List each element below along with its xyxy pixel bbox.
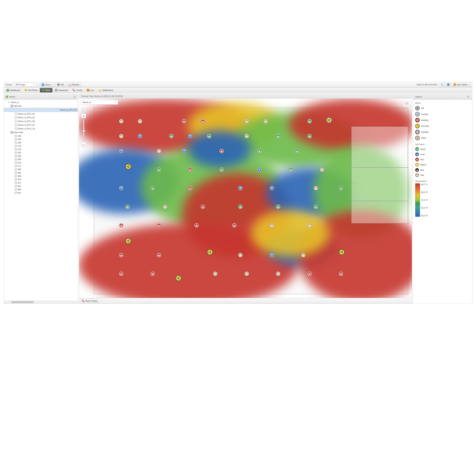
tree-hscrollbar[interactable] [4,301,78,304]
ahu-fan-marker[interactable] [125,164,131,170]
tree-rack-item[interactable]: 205 [4,154,78,158]
tree-rack-item[interactable]: 116 [4,148,78,151]
ahu-fan-marker[interactable] [326,117,332,123]
tab-dashboard[interactable]: Dashboard [4,88,22,92]
setpoint-marker[interactable] [182,149,186,153]
setpoint-marker[interactable] [125,205,130,209]
zoom-out-button[interactable]: − [81,142,86,147]
tab-live[interactable]: Live [85,88,96,92]
zoom-in-button[interactable]: + [81,113,86,118]
setpoint-marker[interactable] [119,223,123,227]
setpoint-marker[interactable] [339,272,343,276]
setpoint-marker[interactable] [314,186,318,190]
tree-ahu-item[interactable]: Room_A_RTU_06 [4,119,78,123]
fit-button[interactable] [81,108,86,113]
setpoint-marker[interactable] [157,223,161,227]
tab-equipment[interactable]: Equipment [53,88,70,92]
setpoint-marker[interactable] [119,134,123,138]
tree-ahu-item[interactable]: Room_A_RTU_02 [4,112,78,116]
setpoint-marker[interactable] [307,223,312,227]
tree-rack-item[interactable]: 208 [4,158,78,161]
setpoint-marker[interactable] [201,119,205,123]
setpoint-marker[interactable] [307,272,312,276]
tree-rack-item[interactable]: 114 [4,144,78,148]
setpoint-marker[interactable] [119,186,123,190]
ahu-fan-marker[interactable] [176,275,181,281]
setpoint-marker[interactable] [119,253,123,257]
setpoint-marker[interactable] [307,119,312,123]
setpoint-marker[interactable] [119,272,123,276]
collapse-left-button[interactable]: ◀ [73,95,76,98]
tree-rack-item[interactable]: 401 [4,185,78,188]
tree-ahu-item[interactable]: Room_A_RTU_03 [4,116,78,119]
tree-rack-item[interactable]: 105 [4,137,78,141]
room-selector[interactable]: Room_A ▼ [81,100,118,104]
tree-ahu-group[interactable]: − AHU (6) [4,104,78,108]
setpoint-marker[interactable] [157,149,161,153]
setpoint-marker[interactable] [157,168,161,172]
tab-setpoints[interactable]: Set Points [22,88,39,92]
group-select[interactable]: All Groups ▼ [14,83,36,86]
tree-rack-item[interactable]: 317 [4,181,78,185]
tree-rack-item[interactable]: 108 [4,141,78,144]
setpoint-marker[interactable] [276,272,280,276]
setpoint-marker[interactable] [157,253,161,257]
tree-rack-item[interactable]: 303 [4,171,78,174]
tab-maps[interactable]: Maps [40,88,52,92]
show-trends-button[interactable]: Show Trends [80,299,99,303]
setpoint-marker[interactable] [257,168,261,172]
tree-ahu-item[interactable]: Room_A_RTU_10 [4,127,78,131]
temperature-colorbar [415,183,420,217]
vrl-button[interactable]: VRL [55,83,66,87]
wrench-button[interactable] [440,83,445,87]
setpoint-marker[interactable] [307,134,312,138]
setpoint-marker[interactable] [194,223,199,227]
setpoint-marker[interactable] [289,168,293,172]
tab-notifications[interactable]: Notifications [97,88,115,92]
tree-label: Room_A_RTU_06 [18,120,35,122]
layers-button[interactable] [403,100,410,107]
setpoint-marker[interactable] [257,149,261,153]
views-button[interactable]: Views ▼ [40,83,54,87]
tree-rack-item[interactable]: 407 [4,191,78,194]
tree-rack-item[interactable]: 404 [4,188,78,191]
setpoint-marker[interactable] [276,134,280,138]
setpoint-marker[interactable] [119,119,123,123]
collapse-right-button[interactable]: ▶ [467,95,470,98]
ahu-fan-marker[interactable] [125,238,131,244]
tree-rack-group[interactable]: − Rack (49) [4,131,78,134]
tab-trends[interactable]: Trends [70,88,85,92]
tree-ahu-item[interactable]: Room_A_RTU_01 [4,108,78,112]
tree-rack-item[interactable]: 306 [4,174,78,178]
refresh-button[interactable]: Refresh [67,83,81,87]
tree-rack-item[interactable]: 214 [4,161,78,164]
zoom-handle[interactable] [82,130,85,132]
setpoint-marker[interactable] [276,205,280,209]
map-canvas[interactable]: Room_A ▼ + − [79,99,412,298]
setpoint-marker[interactable] [264,119,268,123]
ahu-fan-marker[interactable] [339,249,344,255]
setpoint-marker[interactable] [151,272,155,276]
zoom-slider[interactable] [83,119,84,141]
setpoint-marker[interactable] [119,149,123,153]
tree-rack-item[interactable]: 217 [4,164,78,168]
setpoint-marker[interactable] [182,119,186,123]
network-icon [8,101,10,103]
ahu-fan-marker[interactable] [207,249,213,255]
setpoint-marker[interactable] [314,205,318,209]
setpoint-marker[interactable] [207,134,211,138]
setpoint-marker[interactable] [151,186,155,190]
tree-room[interactable]: − Room_A [4,101,78,104]
help-button[interactable] [446,83,451,87]
tree-rack-item[interactable]: 202 [4,151,78,154]
user-menu[interactable]: John Smith ▼ [452,83,471,87]
setpoint-marker[interactable] [170,134,173,138]
setpoint-marker[interactable] [339,186,343,190]
tree-rack-item[interactable]: 300 [4,168,78,171]
tree-rack-item[interactable]: 102 [4,134,78,137]
setpoint-marker[interactable] [201,205,205,209]
setpoint-marker[interactable] [232,223,236,227]
tree-ahu-item[interactable]: Room_A_RTU_07 [4,123,78,127]
tree-rack-item[interactable]: 314 [4,178,78,181]
setpoint-marker[interactable] [301,253,305,257]
